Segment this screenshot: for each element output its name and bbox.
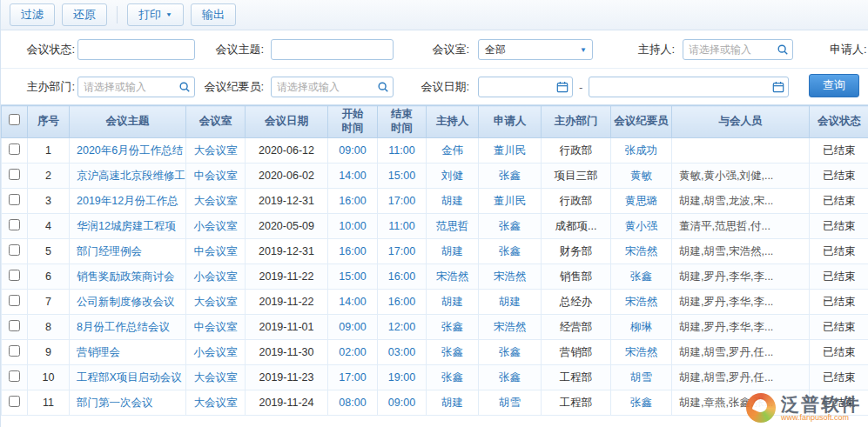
table-row[interactable]: 7 公司新制度修改会议 大会议室 2019-11-22 14:00 16:00 … xyxy=(2,290,868,315)
table-row[interactable]: 4 华润12城房建工程项 小会议室 2020-05-09 10:00 11:00… xyxy=(2,214,868,239)
header-recorder[interactable]: 会议纪要员 xyxy=(611,106,672,138)
export-button[interactable]: 输出 xyxy=(191,3,236,26)
select-all-checkbox[interactable] xyxy=(9,114,20,125)
row-checkbox[interactable] xyxy=(9,143,20,155)
meeting-status-input[interactable] xyxy=(77,39,195,60)
calendar-icon[interactable] xyxy=(556,81,569,93)
row-checkbox[interactable] xyxy=(9,370,20,382)
cell-applicant: 张鑫 xyxy=(479,340,542,365)
cell-subject-link[interactable]: 部门经理例会 xyxy=(70,239,186,264)
cell-room: 中会议室 xyxy=(186,239,246,264)
cell-status: 已结束 xyxy=(810,290,868,315)
header-start-time[interactable]: 开始 时间 xyxy=(328,106,378,138)
row-checkbox[interactable] xyxy=(9,194,20,205)
row-checkbox[interactable] xyxy=(9,244,20,256)
row-checkbox-cell xyxy=(2,315,28,340)
header-checkbox-cell xyxy=(2,106,28,138)
header-no[interactable]: 序号 xyxy=(28,106,70,138)
row-checkbox[interactable] xyxy=(9,169,20,180)
cell-status: 已结束 xyxy=(810,163,868,189)
row-checkbox-cell xyxy=(2,290,28,315)
table-row[interactable]: 2 京沪高速北京段维修工 中会议室 2020-06-02 14:00 15:00… xyxy=(2,163,868,189)
cell-attendees: 胡建,章燕,张鑫,张... xyxy=(672,390,810,416)
filter-dept: 主办部门: xyxy=(1,76,195,98)
cell-room: 小会议室 xyxy=(186,340,246,365)
cell-subject-link[interactable]: 京沪高速北京段维修工 xyxy=(70,163,186,189)
cell-end-time: 03:00 xyxy=(378,340,427,365)
cell-no: 6 xyxy=(28,264,70,290)
header-host[interactable]: 主持人 xyxy=(427,106,479,138)
row-checkbox[interactable] xyxy=(9,345,20,357)
header-dept[interactable]: 主办部门 xyxy=(542,106,611,138)
row-checkbox[interactable] xyxy=(9,320,20,331)
cell-recorder: 胡雪 xyxy=(611,365,672,390)
cell-subject-link[interactable]: 2019年12月份工作总 xyxy=(70,189,186,214)
row-checkbox[interactable] xyxy=(9,295,20,306)
cell-subject-link[interactable]: 华润12城房建工程项 xyxy=(70,214,186,239)
restore-button[interactable]: 还原 xyxy=(62,3,107,26)
cell-subject-link[interactable]: 2020年6月份工作总结 xyxy=(70,138,186,163)
search-icon[interactable] xyxy=(178,81,191,93)
table-row[interactable]: 6 销售奖励政策商讨会 小会议室 2019-11-22 15:00 16:00 … xyxy=(2,264,868,290)
meeting-subject-input[interactable] xyxy=(271,39,394,60)
cell-dept: 行政部 xyxy=(542,189,611,214)
cell-room: 小会议室 xyxy=(186,264,246,290)
filter-panel: 会议状态: 会议主题: 会议室: 全部 ▼ 主持人: 申请人: xyxy=(1,30,868,105)
cell-recorder: 柳琳 xyxy=(611,315,672,340)
search-icon[interactable] xyxy=(377,81,389,93)
filter-applicant: 申请人: xyxy=(830,38,868,61)
header-date[interactable]: 会议日期 xyxy=(246,106,328,138)
cell-no: 3 xyxy=(28,189,70,214)
header-room[interactable]: 会议室 xyxy=(186,106,246,138)
cell-subject-link[interactable]: 营销理会 xyxy=(70,340,186,365)
cell-dept: 总经办 xyxy=(542,290,611,315)
cell-subject-link[interactable]: 工程部X项目启动会议 xyxy=(70,365,186,390)
cell-start-time: 17:00 xyxy=(328,365,378,390)
table-row[interactable]: 11 部门第一次会议 大会议室 2019-11-24 08:00 09:00 胡… xyxy=(2,390,868,416)
cell-dept: 工程部 xyxy=(542,390,611,416)
cell-attendees: 胡建,胡雪,龙波,宋... xyxy=(672,189,810,214)
row-checkbox[interactable] xyxy=(9,396,20,407)
table-row[interactable]: 3 2019年12月份工作总 大会议室 2019-12-31 16:00 17:… xyxy=(2,189,868,214)
table-row[interactable]: 10 工程部X项目启动会议 大会议室 2019-11-23 17:00 19:0… xyxy=(2,365,868,390)
table-row[interactable]: 8 8月份工作总结会议 中会议室 2019-11-01 09:00 12:00 … xyxy=(2,315,868,340)
cell-recorder: 张鑫 xyxy=(611,390,672,416)
calendar-icon[interactable] xyxy=(772,81,784,93)
cell-date: 2020-05-09 xyxy=(246,214,328,239)
cell-dept: 行政部 xyxy=(542,138,611,163)
cell-subject-link[interactable]: 部门第一次会议 xyxy=(70,390,186,416)
recorder-input[interactable] xyxy=(271,77,394,97)
header-attendees[interactable]: 与会人员 xyxy=(672,106,810,138)
cell-status: 已结束 xyxy=(810,390,868,416)
header-subject[interactable]: 会议主题 xyxy=(70,106,186,138)
cell-date: 2019-11-22 xyxy=(246,290,328,315)
table-row[interactable]: 1 2020年6月份工作总结 大会议室 2020-06-12 09:00 11:… xyxy=(2,138,868,163)
row-checkbox-cell xyxy=(2,365,28,390)
cell-host: 胡建 xyxy=(427,290,479,315)
header-status[interactable]: 会议状态 xyxy=(810,106,868,138)
dept-input[interactable] xyxy=(77,77,195,97)
cell-no: 4 xyxy=(28,214,70,239)
cell-attendees: 黄敏,黄小强,刘健,... xyxy=(672,163,810,189)
search-icon[interactable] xyxy=(777,43,789,56)
cell-host: 胡建 xyxy=(427,189,479,214)
cell-subject-link[interactable]: 销售奖励政策商讨会 xyxy=(70,264,186,290)
cell-room: 大会议室 xyxy=(186,390,246,416)
cell-room: 中会议室 xyxy=(186,163,246,189)
table-row[interactable]: 5 部门经理例会 中会议室 2019-12-31 16:00 17:00 胡建 … xyxy=(2,239,868,264)
cell-subject-link[interactable]: 8月份工作总结会议 xyxy=(70,315,186,340)
row-checkbox[interactable] xyxy=(9,270,20,281)
query-button[interactable]: 查询 xyxy=(809,74,859,97)
row-checkbox[interactable] xyxy=(9,219,20,230)
cell-subject-link[interactable]: 公司新制度修改会议 xyxy=(70,290,186,315)
meeting-room-select[interactable]: 全部 ▼ xyxy=(478,39,593,60)
header-end-time[interactable]: 结束 时间 xyxy=(378,106,427,138)
cell-applicant: 张鑫 xyxy=(479,163,542,189)
cell-room: 小会议室 xyxy=(186,214,246,239)
table-row[interactable]: 9 营销理会 小会议室 2019-11-30 02:00 03:00 张鑫 张鑫… xyxy=(2,340,868,365)
header-applicant[interactable]: 申请人 xyxy=(479,106,542,138)
print-button[interactable]: 打印▼ xyxy=(127,3,184,26)
date-to-input[interactable] xyxy=(589,77,789,97)
filter-button[interactable]: 过滤 xyxy=(10,3,55,26)
cell-no: 5 xyxy=(28,239,70,264)
